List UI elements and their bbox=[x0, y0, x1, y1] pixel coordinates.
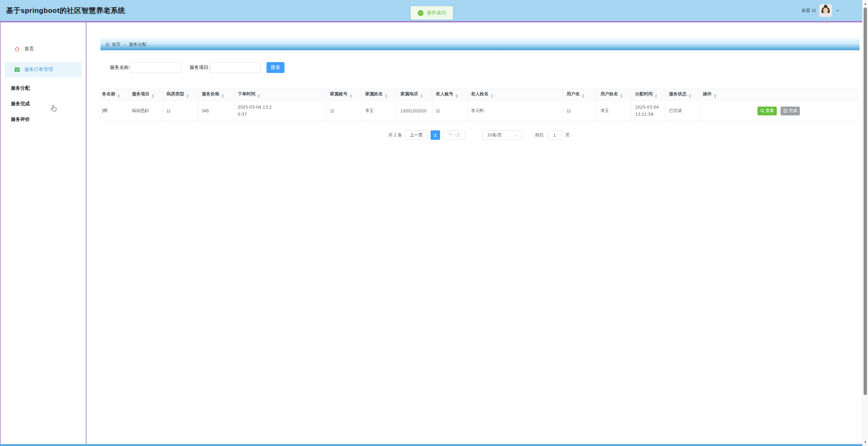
th-assign-time[interactable]: 分配时间 bbox=[632, 89, 666, 100]
table-header-row: 务名称 服务项目 病房类型 服务价格 下单时间 家属账号 家属姓名 家属电话 老… bbox=[101, 89, 858, 100]
service-project-label: 服务项目: bbox=[190, 64, 210, 71]
check-circle-icon: ✓ bbox=[418, 10, 423, 16]
sort-carets-icon[interactable] bbox=[385, 94, 388, 98]
table-row: ]啊 福娃恶妇 11 345 2025-03-04 13:20:37 11 李玉… bbox=[101, 100, 858, 122]
cell-order-time: 2025-03-04 13:20:37 bbox=[234, 100, 327, 122]
th-actions[interactable]: 操作 bbox=[699, 89, 858, 100]
th-ward-type[interactable]: 病房类型 bbox=[163, 89, 198, 100]
prev-page-button[interactable]: 上一页 bbox=[406, 130, 427, 140]
welcome-text: 欢迎 11 bbox=[802, 7, 816, 14]
pagination: 共 1 条 上一页 1 下一页 10条/页 前往 页 bbox=[100, 130, 858, 140]
select-chevron-icon bbox=[514, 133, 518, 137]
page-size-select[interactable]: 10条/页 bbox=[482, 130, 522, 140]
th-service-status[interactable]: 服务状态 bbox=[666, 89, 699, 100]
cell-family-phone: 13201201010 bbox=[397, 100, 432, 122]
toast-message: 操作成功 bbox=[427, 10, 446, 16]
sort-carets-icon[interactable] bbox=[350, 94, 352, 98]
sidebar-item-home[interactable]: 首页 bbox=[1, 43, 86, 55]
cell-service-name: ]啊 bbox=[101, 100, 129, 122]
breadcrumb-separator: - bbox=[123, 42, 127, 47]
page-size-value: 10条/页 bbox=[487, 132, 502, 138]
sidebar-item-label: 服务订单管理 bbox=[24, 67, 53, 73]
cell-elder-name: 李元刚 bbox=[468, 100, 563, 122]
th-order-time[interactable]: 下单时间 bbox=[234, 89, 327, 100]
scroll-down-arrow[interactable]: ▼ bbox=[863, 441, 868, 444]
sort-carets-icon[interactable] bbox=[491, 94, 493, 98]
cell-user-fullname: 李玉 bbox=[597, 100, 632, 122]
next-page-button[interactable]: 下一页 bbox=[443, 130, 465, 140]
sort-carets-icon[interactable] bbox=[117, 94, 120, 98]
app-window: 基于springboot的社区智慧养老系统 欢迎 11 ✓ 操作成功 bbox=[0, 0, 868, 446]
sort-carets-icon[interactable] bbox=[152, 94, 154, 98]
service-project-input[interactable] bbox=[210, 62, 261, 73]
cell-family-name: 李玉 bbox=[362, 100, 397, 122]
cell-family-account: 11 bbox=[327, 100, 362, 122]
sidebar: 首页 服务订单管理 服务分配 服务完成 服务评价 bbox=[0, 22, 86, 444]
cell-service-project: 福娃恶妇 bbox=[129, 100, 163, 122]
home-icon bbox=[14, 46, 20, 52]
service-name-input[interactable] bbox=[130, 62, 181, 73]
success-toast: ✓ 操作成功 bbox=[411, 6, 453, 20]
goto-page-input[interactable] bbox=[547, 130, 562, 140]
complete-button[interactable]: 完成 bbox=[781, 107, 800, 115]
th-service-name[interactable]: 务名称 bbox=[101, 89, 129, 100]
cell-assign-time: 2025-03-04 13:21:59 bbox=[632, 100, 666, 122]
avatar[interactable] bbox=[819, 4, 832, 17]
sidebar-item-service-orders[interactable]: 服务订单管理 bbox=[5, 62, 82, 77]
magnifier-icon bbox=[760, 109, 765, 113]
th-username[interactable]: 用户名 bbox=[563, 89, 597, 100]
bottom-edge-bar bbox=[0, 444, 862, 446]
sidebar-item-label: 服务分配 bbox=[11, 85, 30, 91]
vertical-scrollbar[interactable]: ▲ ▼ bbox=[862, 0, 868, 446]
sidebar-item-label: 服务完成 bbox=[11, 101, 30, 107]
scrollbar-thumb[interactable] bbox=[864, 7, 867, 395]
cell-service-status: 已完成 bbox=[666, 100, 699, 122]
sort-carets-icon[interactable] bbox=[455, 94, 458, 98]
breadcrumb-current: 服务分配 bbox=[129, 41, 146, 48]
mouse-cursor bbox=[50, 105, 58, 113]
sidebar-item-service-review[interactable]: 服务评价 bbox=[1, 115, 86, 124]
sort-carets-icon[interactable] bbox=[257, 94, 260, 98]
sort-carets-icon[interactable] bbox=[655, 94, 657, 98]
total-count: 共 1 条 bbox=[388, 132, 402, 138]
sort-carets-icon[interactable] bbox=[714, 94, 716, 98]
sidebar-item-service-assign[interactable]: 服务分配 bbox=[1, 83, 86, 93]
chevron-down-icon[interactable] bbox=[835, 8, 840, 13]
page-number-1[interactable]: 1 bbox=[431, 130, 440, 140]
sidebar-item-service-complete[interactable]: 服务完成 bbox=[1, 99, 86, 109]
search-form: 服务名称: 服务项目: 搜索 bbox=[110, 62, 284, 73]
user-menu[interactable]: 欢迎 11 bbox=[802, 0, 840, 21]
page-unit-label: 页 bbox=[566, 132, 570, 138]
sort-carets-icon[interactable] bbox=[620, 94, 623, 98]
sort-carets-icon[interactable] bbox=[221, 94, 224, 98]
th-elder-name[interactable]: 老人姓名 bbox=[468, 89, 563, 100]
view-button[interactable]: 查看 bbox=[757, 107, 777, 115]
th-service-project[interactable]: 服务项目 bbox=[129, 89, 163, 100]
app-title: 基于springboot的社区智慧养老系统 bbox=[0, 6, 125, 15]
th-elder-account[interactable]: 老人账号 bbox=[432, 89, 468, 100]
table-grid-icon bbox=[14, 67, 20, 73]
search-button[interactable]: 搜索 bbox=[267, 62, 284, 73]
breadcrumb-home-icon bbox=[105, 42, 110, 47]
th-user-fullname[interactable]: 用户姓名 bbox=[597, 89, 632, 100]
th-family-account[interactable]: 家属账号 bbox=[327, 89, 362, 100]
cell-ward-type: 11 bbox=[163, 100, 198, 122]
orders-table: 务名称 服务项目 病房类型 服务价格 下单时间 家属账号 家属姓名 家属电话 老… bbox=[100, 89, 858, 122]
sort-carets-icon[interactable] bbox=[689, 94, 691, 98]
th-family-name[interactable]: 家属姓名 bbox=[362, 89, 397, 100]
cell-actions: 查看 完成 bbox=[699, 100, 858, 122]
clipboard-icon bbox=[783, 109, 788, 113]
cell-service-price: 345 bbox=[198, 100, 234, 122]
sort-carets-icon[interactable] bbox=[582, 94, 585, 98]
sidebar-item-label: 服务评价 bbox=[11, 116, 30, 123]
th-family-phone[interactable]: 家属电话 bbox=[397, 89, 432, 100]
scroll-up-arrow[interactable]: ▲ bbox=[863, 2, 868, 5]
cell-elder-account: 11 bbox=[432, 100, 468, 122]
sort-carets-icon[interactable] bbox=[420, 94, 423, 98]
breadcrumb-home[interactable]: 首页 bbox=[112, 41, 121, 48]
sort-carets-icon[interactable] bbox=[186, 94, 189, 98]
main-content: 首页 - 服务分配 服务名称: 服务项目: 搜索 bbox=[87, 22, 862, 444]
th-service-price[interactable]: 服务价格 bbox=[198, 89, 234, 100]
goto-label: 前往 bbox=[535, 132, 544, 138]
service-name-label: 服务名称: bbox=[110, 64, 130, 71]
